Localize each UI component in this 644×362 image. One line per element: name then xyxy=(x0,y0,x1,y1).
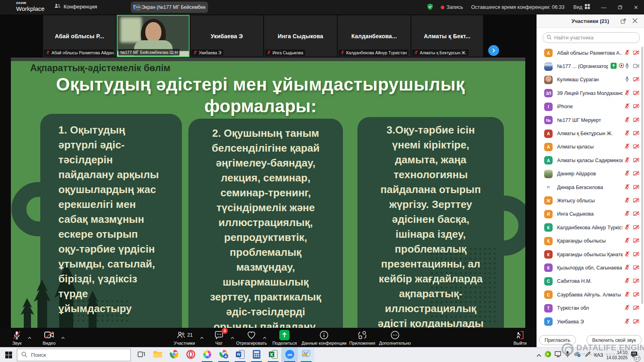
taskbar-app-calc[interactable] xyxy=(248,348,265,362)
tab-options-icon[interactable]: ••• xyxy=(135,4,142,11)
participant-row[interactable]: ККалданбекова Айнур Түркіста... xyxy=(537,221,644,234)
taskbar-app-snip[interactable] xyxy=(298,348,314,362)
taskbar-app-chrome[interactable] xyxy=(166,348,182,362)
video-tile[interactable]: Укибаева ЭУкибаева Э xyxy=(190,15,263,57)
pen-icon[interactable] xyxy=(584,351,591,359)
toolbar-audio-chevron[interactable] xyxy=(28,333,31,341)
video-tile[interactable]: Инга СыдыковаИнга Сыдыкова xyxy=(264,15,337,57)
invite-button[interactable]: Пригласить xyxy=(539,335,576,345)
chevron-down-icon[interactable]: ⌄ xyxy=(40,5,44,10)
avatar: К xyxy=(544,250,553,259)
avatar: А xyxy=(544,143,553,151)
participant-row[interactable]: Данияр Айдаров xyxy=(537,167,644,181)
taskbar-app-chromearrow[interactable] xyxy=(215,348,232,362)
taskbar-app-taskview[interactable] xyxy=(133,348,149,362)
participant-row[interactable]: ААлматы қ Бектұрсын Ж. xyxy=(537,127,644,140)
toolbar-chat-chevron[interactable] xyxy=(231,333,234,341)
tab-screen-share[interactable]: Экран (№177 МГ Бейсембеков ••• xyxy=(131,2,208,13)
participant-row[interactable]: ТТүркістан обл xyxy=(537,301,644,315)
minimize-button[interactable]: — xyxy=(596,0,612,14)
tab-conference[interactable]: Конференция xyxy=(54,3,97,10)
taskbar-app-opera[interactable] xyxy=(182,348,199,362)
muted-mic-icon xyxy=(624,184,630,191)
toolbar-share-button[interactable]: Поделиться xyxy=(272,330,297,346)
taskbar-clock[interactable]: 14:10 14.03.2025 xyxy=(606,350,627,360)
maximize-button[interactable] xyxy=(612,0,628,14)
participant-row[interactable]: ААлматы қаласы xyxy=(537,140,644,154)
taskbar-app-word[interactable] xyxy=(232,348,248,362)
leave-icon xyxy=(515,330,525,340)
toolbar-video-button[interactable]: Видео xyxy=(43,330,56,346)
next-page-button[interactable] xyxy=(488,45,499,56)
display-icon[interactable] xyxy=(555,351,562,359)
video-tile[interactable]: Абай облысы Р...Абай облысы Рахметова Ай… xyxy=(43,15,116,57)
participant-name: Данияр Айдаров xyxy=(557,171,596,177)
video-strip: Абай облысы Р...Абай облысы Рахметова Ай… xyxy=(0,14,537,58)
toolbar-chat-button[interactable]: 4Чат xyxy=(214,330,224,346)
toolbar-apps-button[interactable]: Приложения xyxy=(349,330,375,346)
camera-off-icon xyxy=(633,264,639,272)
language-indicator[interactable]: КАЗ xyxy=(594,352,603,358)
toolbar-leave-button[interactable]: Выйти xyxy=(514,330,527,346)
tray-chevron-icon[interactable] xyxy=(537,352,541,359)
taskbar-app-swirl[interactable] xyxy=(199,348,215,362)
participant-row[interactable]: ITДинара Бегасилова xyxy=(537,181,644,194)
panel-scrollbar[interactable] xyxy=(641,47,643,304)
popout-icon[interactable] xyxy=(620,18,626,25)
muted-mic-icon xyxy=(414,50,418,55)
participant-row[interactable]: КҚызылорда обл, Сағынаева Ж xyxy=(537,261,644,274)
view-label[interactable]: Вид xyxy=(573,4,582,10)
participant-row[interactable]: ИИнга Сыдыкова xyxy=(537,208,644,221)
participant-row[interactable]: №№177 ШГ Меруерт xyxy=(537,113,644,127)
video-tile[interactable]: Алматы қ Бект...Алматы қ Бектұрсын Ж. xyxy=(411,15,483,57)
start-button[interactable] xyxy=(5,352,12,360)
close-panel-icon[interactable] xyxy=(632,18,638,25)
word-icon xyxy=(236,350,245,360)
participant-row[interactable]: ССаурбаева Айгуль. Алматы қ, ... xyxy=(537,288,644,301)
participant-row[interactable]: ААбай облысы Рахметова А... (Я) xyxy=(537,46,644,60)
toolbar-participants-button[interactable]: 21Участники xyxy=(174,330,195,346)
toolbar-audio-button[interactable]: Звук xyxy=(12,330,22,346)
taskbar-app-excel[interactable] xyxy=(265,348,281,362)
toolbar-label: Выйти xyxy=(514,341,527,346)
toolbar-more-button[interactable]: Дополнительно xyxy=(379,330,411,346)
onedrive-icon[interactable] xyxy=(573,351,581,359)
toolbar-participants-chevron[interactable] xyxy=(200,333,204,341)
screen-sharing-badge xyxy=(611,63,617,70)
taskbar-search-input[interactable]: Поиск xyxy=(17,349,131,361)
participant-row[interactable]: ССабитова Н.М. xyxy=(537,275,644,288)
participant-row[interactable]: УУкибаева Э xyxy=(537,315,644,328)
participant-row[interactable]: IiPhone xyxy=(537,100,644,113)
toolbar-video-chevron[interactable] xyxy=(61,333,65,341)
security-shield-icon[interactable] xyxy=(427,3,433,12)
toolbar-react-chevron[interactable] xyxy=(263,333,266,341)
participant-row[interactable]: №177 ... (Организатор) xyxy=(537,60,644,73)
participant-row[interactable]: КҚарағанды обылысы Қанатқы... xyxy=(537,248,644,261)
search-participant-input[interactable]: Найти участника xyxy=(543,32,640,43)
camera-off-icon xyxy=(633,143,639,150)
unmute-button[interactable]: Включить свой звук xyxy=(586,335,642,345)
snip-icon xyxy=(301,350,311,360)
camera-off-icon xyxy=(633,90,639,97)
participant-row[interactable]: ЖЖетысу облысы xyxy=(537,194,644,207)
toolbar-label: Чат xyxy=(215,341,223,346)
chat-icon: 4 xyxy=(214,330,224,340)
antivirus-icon[interactable] xyxy=(545,351,551,359)
participant-row[interactable]: ААлматы қаласы Садирмекова ... xyxy=(537,154,644,167)
view-grid-icon[interactable] xyxy=(585,4,590,10)
close-button[interactable]: ✕ xyxy=(628,0,644,14)
recording-label[interactable]: Запись xyxy=(447,4,463,10)
notification-icon[interactable]: 17 xyxy=(631,351,638,359)
muted-mic-icon xyxy=(46,50,50,55)
participant-row[interactable]: ҚҚарағанды обылысы xyxy=(537,234,644,247)
toolbar-react-button[interactable]: Отреагировать xyxy=(236,330,267,346)
video-tile-active-speaker[interactable]: №177 МГ Бейсембекова Ш.Н xyxy=(117,15,190,57)
participant-row[interactable]: Кулимаш Сураган xyxy=(537,73,644,86)
microphone-icon[interactable] xyxy=(565,351,570,359)
toolbar-info-button[interactable]: Данные конференции xyxy=(301,330,347,346)
taskbar-app-folder[interactable] xyxy=(149,348,166,362)
video-tile[interactable]: Калданбекова...Калданбекова Айнур Түркіс… xyxy=(338,15,411,57)
taskbar-app-zoomapp[interactable]: zm xyxy=(281,348,298,362)
audio-icon xyxy=(12,330,21,340)
participant-row[interactable]: ЗЛ39 Лицей Гулназ Молдаханова xyxy=(537,86,644,100)
